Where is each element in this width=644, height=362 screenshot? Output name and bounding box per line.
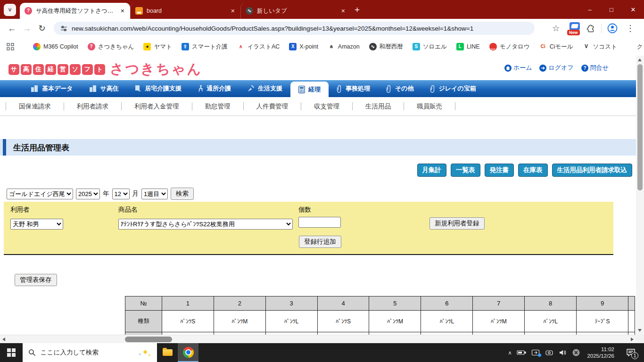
bookmark-item[interactable]: LLINE xyxy=(456,43,480,50)
main-nav-item[interactable]: 生活支援 xyxy=(239,80,290,97)
scroll-down-icon[interactable] xyxy=(638,329,642,332)
sub-nav-item[interactable]: 利用者入金管理 xyxy=(122,102,192,110)
year-select[interactable]: 2025 xyxy=(76,189,100,199)
quantity-input[interactable] xyxy=(298,217,341,228)
browser-tab[interactable]: ?サ高住専用経営ソフトさつきちゃん× xyxy=(20,3,130,19)
reload-icon[interactable]: ↻ xyxy=(35,21,49,35)
user-select[interactable]: 天野 和男 xyxy=(10,219,63,230)
save-table-button[interactable]: 管理表保存 xyxy=(15,274,57,286)
menu-dots-icon[interactable]: ⋮ xyxy=(623,21,637,35)
building-select[interactable]: ゴールドエイジ西尾 xyxy=(7,189,73,199)
battery-icon[interactable] xyxy=(517,350,526,355)
sub-nav-item[interactable]: 勤怠管理 xyxy=(192,102,244,110)
header-link-logoff[interactable]: ログオフ xyxy=(539,64,573,72)
main-nav-item[interactable]: 基本データ xyxy=(23,80,81,97)
main-nav-item[interactable]: 居宅介護支援 xyxy=(127,80,190,97)
table-type-cell[interactable]: ﾊﾟﾝﾂL xyxy=(265,311,317,332)
tab-close-icon[interactable]: × xyxy=(229,7,237,15)
main-nav-item[interactable]: サ高住 xyxy=(81,80,127,97)
table-type-cell[interactable]: ﾊﾟﾝﾂS xyxy=(162,311,214,332)
action-button[interactable]: 発注書 xyxy=(485,164,514,177)
close-window-button[interactable]: ✕ xyxy=(622,0,644,19)
week-select[interactable]: 1週目 xyxy=(141,189,168,199)
sub-nav-item[interactable]: 利用者請求 xyxy=(64,102,122,110)
copilot-sparkle-icon[interactable]: ✦ ✧ ✧ xyxy=(138,347,151,358)
table-type-cell[interactable]: ﾃｰﾌﾟS xyxy=(577,311,628,332)
bookmark-item[interactable]: ∿和暦西暦 xyxy=(369,43,403,51)
sub-nav-item[interactable]: 国保連請求 xyxy=(6,102,64,110)
start-button[interactable] xyxy=(0,343,23,362)
tab-close-icon[interactable]: × xyxy=(339,7,347,15)
bookmark-item[interactable]: M365 Copilot xyxy=(33,43,78,50)
table-type-cell[interactable]: ﾊﾟﾝﾂS xyxy=(317,311,369,332)
action-center-button[interactable]: 1 xyxy=(621,343,640,362)
tray-chevron-icon[interactable]: ∧ xyxy=(508,350,512,356)
sub-nav-item[interactable]: 人件費管理 xyxy=(244,102,302,110)
main-nav-item[interactable]: ジレイの宝箱 xyxy=(422,80,484,97)
maximize-button[interactable]: □ xyxy=(601,0,622,19)
taskbar-search-box[interactable]: ここに入力して検索 ✦ ✧ ✧ xyxy=(23,343,157,362)
action-button[interactable]: 生活用品利用者請求取込 xyxy=(552,164,633,177)
x-circle-icon[interactable] xyxy=(572,349,580,356)
url-text[interactable]: new.satsukichan.com/web/Accounting/House… xyxy=(72,25,473,32)
bookmark-item[interactable]: Vソコスト xyxy=(583,43,617,51)
main-nav-item[interactable]: 事務処理 xyxy=(329,80,378,97)
header-link-home[interactable]: ホーム xyxy=(504,64,532,72)
action-button[interactable]: 月集計 xyxy=(417,164,447,177)
apps-grid-icon[interactable] xyxy=(7,43,14,50)
bookmark-item[interactable]: CiCiモール xyxy=(539,43,573,51)
extension-new-icon[interactable]: New xyxy=(569,21,581,35)
main-nav-item[interactable]: 経理 xyxy=(290,82,329,97)
bookmark-star-icon[interactable]: ☆ xyxy=(549,21,563,35)
action-button[interactable]: 在庫表 xyxy=(518,164,548,177)
add-row-button[interactable]: 登録行追加 xyxy=(299,236,341,248)
bookmark-item[interactable]: aAmazon xyxy=(328,43,360,50)
profile-icon[interactable] xyxy=(607,23,618,33)
bookmark-item[interactable]: Sソロエル xyxy=(413,43,447,51)
table-type-cell[interactable]: ﾊﾟﾝﾂM xyxy=(369,311,421,332)
scroll-left-icon[interactable] xyxy=(2,337,5,341)
table-type-cell[interactable]: ﾊﾟﾝﾂM xyxy=(214,311,265,332)
bookmark-item[interactable]: XX-point xyxy=(289,43,318,50)
display-sync-icon[interactable] xyxy=(531,349,540,356)
minimize-button[interactable]: – xyxy=(579,0,601,19)
sub-nav-item[interactable]: 収支管理 xyxy=(301,102,353,110)
back-icon[interactable]: ← xyxy=(5,21,19,35)
month-select[interactable]: 12 xyxy=(112,189,130,199)
main-nav-item[interactable]: 通所介護 xyxy=(190,80,239,97)
sub-nav-item[interactable]: 生活用品 xyxy=(353,102,404,110)
speaker-icon[interactable] xyxy=(559,349,567,356)
bookmark-item[interactable]: ∧イラストAC xyxy=(237,43,280,51)
new-tab-button[interactable]: + xyxy=(355,5,360,15)
browser-tab[interactable]: ▂board× xyxy=(130,3,240,19)
header-link-help[interactable]: ?問合せ xyxy=(581,64,609,72)
vertical-scroll-thumb[interactable] xyxy=(637,64,643,190)
site-settings-icon[interactable] xyxy=(60,25,67,32)
scroll-right-icon[interactable] xyxy=(631,337,634,341)
bookmark-item[interactable]: ‿モノタロウ xyxy=(489,43,530,51)
file-explorer-button[interactable] xyxy=(157,343,178,362)
taskbar-clock[interactable]: 11:02 2025/12/26 xyxy=(585,346,616,359)
sub-nav-item[interactable]: 職員販売 xyxy=(404,102,455,110)
main-nav-item[interactable]: その他 xyxy=(378,80,422,97)
vertical-scrollbar[interactable] xyxy=(636,56,644,335)
extensions-puzzle-icon[interactable] xyxy=(586,24,595,33)
scroll-up-icon[interactable] xyxy=(638,58,642,61)
bookmark-item[interactable]: ●ヤマト xyxy=(143,43,172,51)
bookmark-item[interactable]: クックデリ xyxy=(637,43,644,51)
search-button[interactable]: 検索 xyxy=(171,188,194,200)
table-type-cell[interactable]: ﾊﾟﾝﾂM xyxy=(473,311,525,332)
horizontal-scroll-thumb[interactable] xyxy=(125,337,172,342)
table-type-cell[interactable]: ﾊﾟﾝﾂL xyxy=(421,311,473,332)
browser-tab[interactable]: ∿新しいタブ× xyxy=(240,3,351,19)
horizontal-scrollbar[interactable] xyxy=(0,335,636,343)
table-type-cell[interactable]: ﾊﾟﾝﾂL xyxy=(525,311,577,332)
tab-close-icon[interactable]: × xyxy=(119,7,126,15)
new-user-button[interactable]: 新規利用者登録 xyxy=(429,217,485,230)
address-bar[interactable]: new.satsukichan.com/web/Accounting/House… xyxy=(54,22,535,35)
product-select[interactable]: ｱﾃﾝﾄRｹｱうす型さらさらﾊﾟﾝﾂS22枚業務用 xyxy=(118,219,293,230)
camera-icon[interactable] xyxy=(545,350,553,356)
bookmark-item[interactable]: ⇧スマート介護 xyxy=(182,43,228,51)
tab-search-chevron-icon[interactable]: ˅ xyxy=(4,4,16,16)
chrome-button[interactable] xyxy=(178,343,198,362)
